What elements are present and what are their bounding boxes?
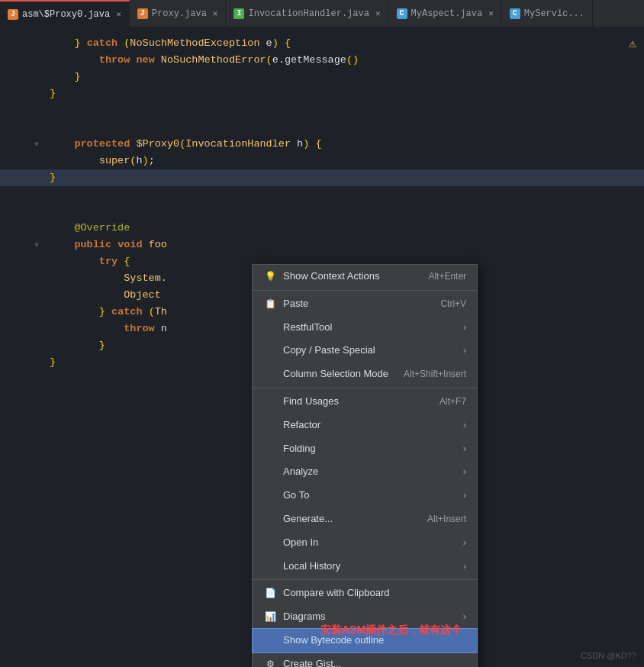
diagrams-icon: 📊	[263, 610, 277, 624]
menu-label-folding: Folding	[283, 441, 457, 457]
menu-item-restful-tool[interactable]: RestfulTool ›	[253, 316, 477, 340]
tab-icon-5: C	[510, 8, 520, 19]
tab-label-4: MyAspect.java	[411, 8, 483, 19]
menu-label-open-in: Open In	[283, 535, 457, 551]
arrow-icon-refactor: ›	[463, 417, 466, 433]
menu-item-show-context-actions[interactable]: 💡 Show Context Actions Alt+Enter	[253, 265, 477, 288]
code-line-2: throw new NoSuchMethodError(e.getMessage…	[0, 52, 644, 69]
tab-icon-2: J	[137, 8, 148, 19]
menu-shortcut-paste: Ctrl+V	[440, 297, 466, 311]
menu-label-paste: Paste	[283, 296, 425, 312]
arrow-icon-restful: ›	[463, 320, 466, 336]
tab-proxy[interactable]: J Proxy.java ✕	[130, 0, 227, 27]
menu-shortcut-column: Alt+Shift+Insert	[404, 367, 466, 382]
menu-shortcut-generate: Alt+Insert	[427, 512, 466, 527]
code-text: throw new NoSuchMethodError(e.getMessage…	[47, 52, 644, 69]
menu-label-gist: Create Gist...	[283, 656, 466, 667]
code-text: }	[47, 169, 644, 186]
code-text: } catch (NoSuchMethodException e) {	[47, 35, 644, 52]
menu-label-local-history: Local History	[283, 559, 457, 575]
asm-annotation-text: 安装ASM插件之后，就有这个	[320, 621, 462, 638]
menu-label-restful: RestfulTool	[283, 320, 457, 336]
context-menu: 💡 Show Context Actions Alt+Enter 📋 Paste…	[252, 264, 478, 667]
separator-2	[253, 388, 477, 388]
menu-item-compare-clipboard[interactable]: 📄 Compare with Clipboard	[253, 582, 477, 605]
tab-label-2: Proxy.java	[152, 8, 207, 19]
code-line-12: @Override	[0, 220, 644, 237]
tab-my-service[interactable]: C MyServic...	[502, 0, 593, 27]
menu-label-refactor: Refactor	[283, 417, 457, 433]
menu-item-open-in[interactable]: Open In ›	[253, 531, 477, 555]
menu-shortcut-find: Alt+F7	[440, 395, 466, 409]
tab-icon-3: I	[233, 8, 244, 19]
menu-label-find: Find Usages	[283, 394, 424, 410]
tab-close-2[interactable]: ✕	[213, 8, 218, 18]
code-line-4: }	[0, 85, 644, 102]
tab-close-1[interactable]: ✕	[116, 9, 121, 19]
lightbulb-icon: 💡	[263, 269, 277, 284]
menu-item-copy-paste-special[interactable]: Copy / Paste Special ›	[253, 339, 477, 362]
tab-label-5: MyServic...	[524, 8, 584, 19]
menu-label-generate: Generate...	[283, 511, 412, 527]
menu-item-find-usages[interactable]: Find Usages Alt+F7	[253, 390, 477, 414]
menu-item-local-history[interactable]: Local History ›	[253, 555, 477, 578]
menu-item-refactor[interactable]: Refactor ›	[253, 414, 477, 437]
code-text: protected $Proxy0(InvocationHandler h) {	[47, 136, 644, 153]
code-line-5	[0, 102, 644, 119]
code-line-11	[0, 203, 644, 220]
paste-icon: 📋	[263, 297, 277, 311]
tab-my-aspect[interactable]: C MyAspect.java ✕	[389, 0, 502, 27]
tab-icon-1: J	[8, 9, 18, 20]
menu-item-generate[interactable]: Generate... Alt+Insert	[253, 508, 477, 531]
menu-label-compare: Compare with Clipboard	[283, 585, 466, 601]
arrow-icon-goto: ›	[463, 488, 466, 504]
code-line-3: }	[0, 69, 644, 85]
separator-1	[253, 290, 477, 291]
code-line-1: } catch (NoSuchMethodException e) {	[0, 35, 644, 52]
code-text: }	[47, 85, 644, 102]
arrow-icon-open-in: ›	[463, 535, 466, 551]
code-line-7: ▼ protected $Proxy0(InvocationHandler h)…	[0, 136, 644, 153]
arrow-icon-history: ›	[463, 559, 466, 575]
compare-icon: 📄	[263, 586, 277, 601]
menu-shortcut-show-context: Alt+Enter	[428, 269, 466, 284]
tab-bar: J asm\$Proxy0.java ✕ J Proxy.java ✕ I In…	[0, 0, 644, 27]
arrow-icon-diagrams: ›	[463, 609, 466, 625]
tab-close-4[interactable]: ✕	[488, 8, 494, 18]
separator-3	[253, 579, 477, 580]
watermark-text: CSDN @KD??	[581, 649, 636, 663]
code-line-10	[0, 186, 644, 203]
warning-icon: ⚠	[629, 35, 636, 55]
code-line-13: ▼ public void foo	[0, 237, 644, 253]
menu-item-analyze[interactable]: Analyze ›	[253, 460, 477, 484]
arrow-icon-folding: ›	[463, 441, 466, 457]
code-text: public void foo	[47, 237, 644, 253]
menu-item-folding[interactable]: Folding ›	[253, 437, 477, 461]
menu-label-goto: Go To	[283, 488, 457, 504]
tab-label-3: InvocationHandler.java	[248, 8, 369, 19]
tab-label-1: asm\$Proxy0.java	[22, 9, 110, 20]
tab-icon-4: C	[397, 8, 407, 19]
tab-invocation-handler[interactable]: I InvocationHandler.java ✕	[226, 0, 388, 27]
menu-item-goto[interactable]: Go To ›	[253, 484, 477, 508]
tab-asm-proxy[interactable]: J asm\$Proxy0.java ✕	[0, 0, 130, 27]
menu-item-column-selection[interactable]: Column Selection Mode Alt+Shift+Insert	[253, 362, 477, 386]
menu-label-copy-paste: Copy / Paste Special	[283, 343, 457, 359]
code-text: super(h);	[47, 153, 644, 169]
arrow-icon-copy: ›	[463, 343, 466, 359]
code-line-8: super(h);	[0, 153, 644, 169]
gist-icon: ⚙	[263, 657, 277, 667]
menu-label-column: Column Selection Mode	[283, 366, 388, 382]
menu-item-paste[interactable]: 📋 Paste Ctrl+V	[253, 292, 477, 316]
code-text: @Override	[47, 220, 644, 237]
code-line-9: }	[0, 169, 644, 186]
arrow-icon-analyze: ›	[463, 464, 466, 480]
code-text: }	[47, 69, 644, 85]
menu-label-analyze: Analyze	[283, 464, 457, 480]
code-line-6	[0, 119, 644, 136]
code-editor[interactable]: ⚠ } catch (NoSuchMethodException e) { th…	[0, 27, 644, 667]
menu-item-create-gist[interactable]: ⚙ Create Gist...	[253, 652, 477, 667]
tab-close-3[interactable]: ✕	[375, 8, 381, 18]
menu-label-show-context: Show Context Actions	[283, 269, 413, 285]
